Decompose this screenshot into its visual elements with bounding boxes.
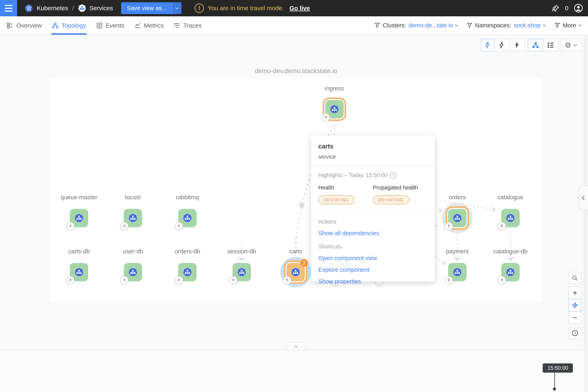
show-all-dependencies-link[interactable]: Show all dependencies — [318, 230, 427, 237]
lightning-filled-icon — [514, 42, 520, 48]
health-filter-all-button[interactable] — [481, 39, 494, 52]
time-travel-warning: ! You are in time travel mode. Go live — [194, 4, 310, 13]
user-avatar[interactable] — [574, 4, 583, 13]
popup-subtitle: service — [318, 154, 427, 160]
go-live-link[interactable]: Go live — [290, 5, 310, 12]
expand-node-button-orders[interactable]: + — [444, 222, 453, 230]
filter-clusters[interactable]: Clusters: demo-de...tate.io — [374, 22, 458, 29]
svg-text:?: ? — [574, 331, 576, 335]
lightning-outline-icon — [498, 42, 505, 48]
expand-node-button-orders-db[interactable]: + — [174, 276, 183, 284]
expand-node-button-queue-master[interactable]: + — [66, 222, 75, 230]
search-icon — [572, 275, 578, 281]
filter-namespaces[interactable]: Namespaces: sock-shop — [467, 22, 545, 29]
health-filter-deviating-button[interactable] — [494, 39, 510, 52]
fit-to-screen-icon — [572, 302, 578, 308]
view-mode-list-button[interactable] — [543, 39, 558, 52]
tab-events[interactable]: Events — [96, 16, 124, 35]
breadcrumb: Kubernetes / Services — [24, 4, 113, 12]
right-panel-toggle[interactable] — [578, 186, 588, 210]
view-tab-bar: Overview Topology — [0, 16, 588, 35]
expand-node-button-user-db[interactable]: + — [120, 276, 128, 284]
list-view-icon — [547, 42, 554, 48]
expand-node-button-ingress[interactable]: + — [322, 113, 330, 122]
kubernetes-service-icon — [183, 268, 192, 277]
popup-title: carts — [318, 143, 427, 150]
help-circle-icon[interactable]: ? — [390, 172, 396, 178]
breadcrumb-kubernetes[interactable]: Kubernetes — [37, 5, 68, 12]
metrics-icon — [134, 22, 141, 28]
popup-shortcuts-heading: Shortcuts — [318, 244, 427, 250]
search-graph-button[interactable] — [568, 272, 581, 284]
expand-node-button-catalogue-db[interactable]: + — [498, 276, 506, 284]
kubernetes-service-icon — [453, 268, 462, 277]
overview-icon — [7, 22, 13, 28]
tab-overview[interactable]: Overview — [7, 16, 42, 35]
time-marker-handle[interactable] — [553, 388, 556, 390]
kubernetes-icon — [24, 4, 33, 12]
kubernetes-service-icon — [128, 268, 138, 277]
component-popup: carts service Highlights – Today, 15:50:… — [311, 135, 435, 282]
health-status-badge: DEVIATING — [318, 196, 354, 204]
propagated-health-status-badge: DEVIATING — [373, 196, 409, 204]
popup-highlights-heading: Highlights – Today, 15:50:00 ? — [318, 172, 427, 178]
propagated-health-label: Propagated health — [373, 184, 427, 191]
popup-actions-heading: Actions — [318, 219, 427, 225]
breadcrumb-services[interactable]: Services — [90, 5, 113, 12]
lightning-outline-blue-icon — [484, 42, 491, 48]
expand-node-button-payment[interactable]: + — [444, 276, 453, 284]
funnel-icon — [467, 22, 472, 28]
kubernetes-service-icon — [506, 213, 515, 223]
kubernetes-service-icon — [291, 268, 300, 277]
tab-metrics[interactable]: Metrics — [134, 16, 164, 35]
graph-view-icon — [532, 42, 539, 48]
kubernetes-service-icon — [183, 213, 192, 223]
kubernetes-service-icon — [237, 268, 246, 277]
tab-traces[interactable]: Traces — [174, 16, 202, 35]
kubernetes-service-icon — [74, 268, 84, 277]
topology-icon — [52, 22, 58, 28]
kubernetes-service-icon — [74, 213, 84, 223]
services-icon — [78, 4, 86, 12]
timeline-panel — [0, 350, 584, 392]
explore-component-link[interactable]: Explore component — [318, 266, 427, 273]
right-rail — [584, 35, 588, 392]
health-label: Health — [318, 184, 373, 191]
graph-settings-button[interactable]: ⚙ — [560, 39, 581, 52]
kubernetes-service-icon — [453, 213, 462, 223]
funnel-icon — [554, 22, 560, 28]
filter-more[interactable]: More — [554, 22, 581, 29]
expand-node-button-session-db[interactable]: + — [229, 276, 238, 284]
breadcrumb-separator: / — [72, 4, 74, 12]
traces-icon — [174, 22, 180, 28]
expand-node-button-carts-db[interactable]: + — [66, 276, 75, 284]
expand-node-button-locust[interactable]: + — [120, 222, 128, 230]
timeline-collapse-toggle[interactable] — [286, 342, 306, 350]
help-button[interactable]: ? — [568, 327, 581, 339]
tab-topology[interactable]: Topology — [52, 16, 86, 35]
pin-icon[interactable] — [551, 4, 560, 12]
cluster-title: demo-dev.demo.stackstate.io — [212, 68, 380, 75]
zoom-in-button[interactable]: + — [568, 286, 581, 299]
show-properties-link[interactable]: Show properties — [318, 278, 427, 285]
zoom-fit-button[interactable] — [568, 299, 581, 312]
expand-node-button-rabbitmq[interactable]: + — [174, 222, 183, 230]
menu-icon[interactable] — [0, 0, 17, 16]
kubernetes-service-icon — [506, 268, 515, 277]
app-root: Kubernetes / Services Save view as... ! … — [0, 0, 588, 392]
kubernetes-service-icon — [128, 213, 138, 223]
view-mode-graph-button[interactable] — [528, 39, 543, 52]
namespaces-value: sock-shop — [514, 22, 541, 29]
open-component-view-link[interactable]: Open component view — [318, 255, 427, 262]
health-filter-critical-button[interactable] — [509, 39, 525, 52]
expand-node-button-carts[interactable]: + — [283, 276, 291, 284]
zoom-out-button[interactable]: − — [568, 311, 581, 324]
time-marker-tooltip: 15:50:00 — [543, 364, 573, 372]
save-view-as-button[interactable]: Save view as... — [121, 2, 182, 14]
save-view-as-caret[interactable] — [172, 2, 182, 14]
expand-node-button-catalogue[interactable]: + — [498, 222, 506, 230]
top-bar: Kubernetes / Services Save view as... ! … — [0, 0, 588, 16]
help-icon: ? — [572, 330, 578, 336]
time-marker-line[interactable] — [554, 371, 555, 388]
pin-count: 0 — [565, 5, 568, 12]
